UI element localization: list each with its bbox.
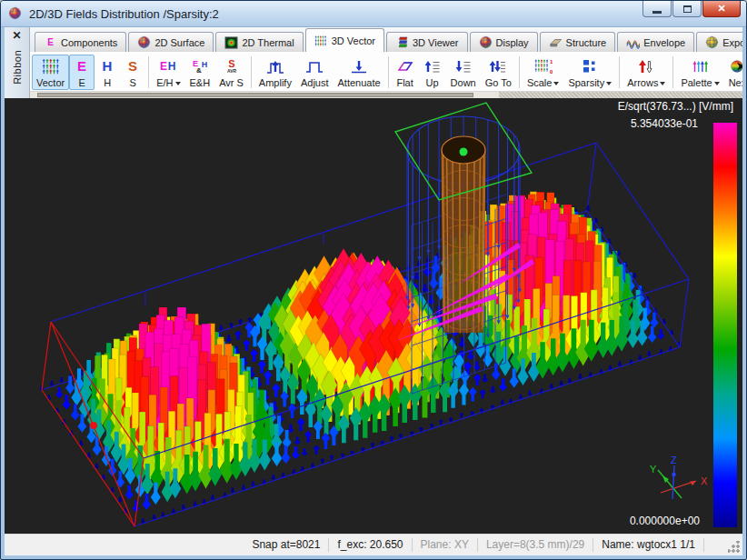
dropdown-arrow-icon: [714, 82, 720, 85]
attenuate-icon: [350, 56, 368, 75]
next-palette-button[interactable]: Next: [724, 55, 742, 90]
svg-text:E: E: [160, 60, 167, 73]
thermal-tab-icon: [224, 35, 238, 49]
arrows-button[interactable]: Arrows: [622, 55, 670, 90]
structure-tab-icon: [549, 35, 563, 49]
adjust-button[interactable]: Adjust: [296, 55, 334, 90]
tab-bar: EComponents 2D Surface 2D Thermal 3D Vec…: [30, 27, 742, 52]
svg-text:&: &: [196, 66, 202, 75]
flat-button[interactable]: Flat: [392, 55, 419, 90]
svg-text:E: E: [77, 58, 86, 74]
svg-text:0: 0: [550, 69, 553, 75]
ribbon-side-panel: ✕ Ribbon: [5, 27, 30, 98]
toolbar-separator: [619, 56, 620, 88]
colorbar-title: E/sqrt(376.73...) [V/mm]: [618, 100, 733, 113]
restore-button[interactable]: [672, 1, 702, 17]
avr-s-button[interactable]: SAVRAvr S: [214, 55, 248, 90]
colorbar: [713, 123, 737, 527]
svg-text:1: 1: [550, 59, 553, 65]
e-and-h-icon: EH&: [191, 56, 209, 75]
svg-text:AVR: AVR: [226, 68, 236, 74]
tab-envelope[interactable]: Envelope: [617, 32, 694, 52]
status-bar: Snap at=8021 f_exc: 20.650 Plane: XY Lay…: [5, 534, 742, 555]
s-field-button[interactable]: SS: [120, 55, 145, 90]
tab-2d-surface[interactable]: 2D Surface: [128, 32, 214, 52]
app-window: 2D/3D Fields Distribution /Sparsity:2 ✕ …: [0, 0, 747, 560]
down-icon: [454, 56, 473, 75]
eh-icon: EH: [159, 56, 177, 75]
export-tab-icon: [705, 35, 719, 49]
toolbar: Vector EE HH SS EHE/H EH&E&H SAVRAvr S A…: [30, 52, 742, 91]
tab-3d-viewer[interactable]: 3D Viewer: [386, 32, 468, 52]
app-globe-icon: [8, 6, 24, 22]
tab-components[interactable]: EComponents: [35, 32, 126, 52]
toolbar-separator: [672, 56, 673, 88]
ribbon-close-button[interactable]: ✕: [8, 29, 25, 43]
svg-text:H: H: [202, 60, 208, 69]
e-over-h-button[interactable]: EHE/H: [152, 55, 184, 90]
close-button[interactable]: ✕: [702, 1, 741, 17]
sparsity-button[interactable]: Sparsity: [563, 55, 616, 90]
e-letter-icon: E: [74, 56, 90, 75]
palette-button[interactable]: Palette: [676, 55, 723, 90]
palette-icon: [692, 56, 710, 75]
attenuate-button[interactable]: Attenuate: [334, 55, 385, 90]
status-plane: Plane: XY: [413, 538, 478, 552]
restore-icon: [683, 5, 692, 13]
viewer-tab-icon: [395, 35, 409, 49]
e-field-button[interactable]: EE: [69, 55, 95, 90]
close-icon: ✕: [717, 3, 725, 15]
ribbon-panel-label: Ribbon: [12, 50, 23, 85]
avr-s-icon: SAVR: [223, 56, 241, 75]
ribbon-scrollbar[interactable]: [30, 91, 742, 98]
ribbon-area: ✕ Ribbon EComponents 2D Surface 2D Therm…: [5, 27, 742, 98]
go-to-icon: [489, 56, 507, 75]
adjust-icon: [305, 56, 324, 75]
tab-export[interactable]: Export: [696, 32, 742, 52]
svg-text:Y: Y: [650, 464, 657, 475]
svg-text:H: H: [168, 60, 176, 73]
h-field-button[interactable]: HH: [95, 55, 120, 90]
dropdown-arrow-icon: [606, 82, 612, 85]
next-icon: [730, 56, 742, 75]
status-name: Name: wgtocx1 1/1: [593, 538, 704, 552]
layer-down-button[interactable]: Down: [446, 55, 481, 90]
minimize-button[interactable]: [642, 1, 672, 17]
tab-3d-vector[interactable]: 3D Vector: [305, 28, 384, 52]
flat-icon: [396, 56, 414, 75]
tab-2d-thermal[interactable]: 2D Thermal: [215, 32, 303, 52]
svg-text:H: H: [103, 58, 113, 74]
components-tab-icon: E: [44, 35, 57, 49]
display-tab-icon: [479, 35, 493, 49]
tab-display[interactable]: Display: [470, 32, 538, 52]
sparsity-icon: [581, 56, 599, 75]
amplify-button[interactable]: Amplify: [254, 55, 296, 90]
go-to-button[interactable]: Go To: [481, 55, 516, 90]
layer-up-button[interactable]: Up: [419, 55, 446, 90]
s-letter-icon: S: [124, 56, 141, 75]
ribbon-scrollbar-hatch: [499, 92, 742, 98]
scale-button[interactable]: 10Scale: [523, 55, 564, 90]
status-f-exc: f_exc: 20.650: [329, 538, 412, 552]
field-3d-viewport[interactable]: XYZ E/sqrt(376.73...) [V/mm] 5.354033e-0…: [5, 98, 742, 534]
vector-button[interactable]: Vector: [32, 55, 69, 90]
svg-text:X: X: [701, 475, 708, 486]
envelope-tab-icon: [626, 35, 640, 49]
dropdown-arrow-icon: [553, 82, 559, 85]
title-bar[interactable]: 2D/3D Fields Distribution /Sparsity:2 ✕: [1, 1, 746, 27]
svg-text:S: S: [128, 58, 137, 74]
svg-text:Z: Z: [671, 455, 677, 465]
ribbon-scrollbar-thumb[interactable]: [37, 93, 473, 97]
amplify-icon: [266, 56, 284, 75]
tab-structure[interactable]: Structure: [540, 32, 616, 52]
dropdown-arrow-icon: [660, 82, 665, 85]
resize-grip[interactable]: [728, 541, 740, 553]
dropdown-arrow-icon: [175, 82, 181, 85]
e-and-h-button[interactable]: EH&E&H: [185, 55, 215, 90]
svg-text:E: E: [47, 36, 54, 46]
colorbar-max-value: 5.354033e-01: [631, 117, 698, 130]
toolbar-separator: [148, 56, 149, 88]
window-title: 2D/3D Fields Distribution /Sparsity:2: [29, 7, 219, 21]
toolbar-separator: [251, 56, 252, 88]
scale-icon: 10: [534, 56, 553, 75]
